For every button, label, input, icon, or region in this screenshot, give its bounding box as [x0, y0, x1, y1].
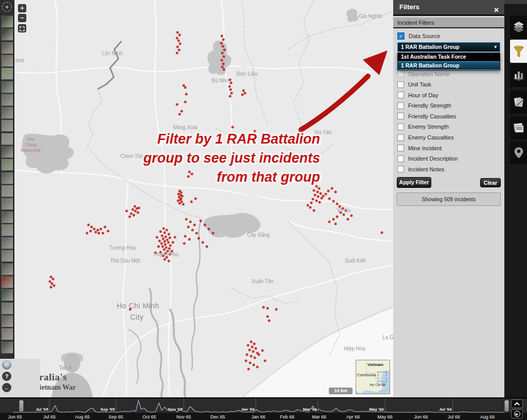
incident-dot[interactable]	[90, 230, 92, 233]
incident-dot[interactable]	[249, 362, 252, 364]
media-thumbnail[interactable]	[1, 211, 13, 223]
toolbar-location-button[interactable]	[510, 141, 527, 164]
incident-dot[interactable]	[319, 201, 321, 204]
incident-dot[interactable]	[167, 241, 170, 244]
incident-dot[interactable]	[167, 250, 169, 253]
incident-dot[interactable]	[315, 200, 318, 202]
incident-dot[interactable]	[231, 92, 233, 95]
incident-dot[interactable]	[347, 218, 349, 221]
zoom-in-button[interactable]: +	[18, 4, 26, 12]
incident-dot[interactable]	[230, 82, 233, 84]
incident-dot[interactable]	[202, 241, 204, 244]
incident-dot[interactable]	[340, 212, 342, 214]
filter-checkbox[interactable]	[397, 92, 404, 98]
incident-dot[interactable]	[196, 232, 198, 235]
incident-dot[interactable]	[187, 226, 190, 229]
media-thumbnail[interactable]	[1, 15, 13, 28]
filter-checkbox-row[interactable]: Enemy Casualties	[397, 134, 500, 141]
incident-dot[interactable]	[221, 59, 223, 62]
incident-dot[interactable]	[126, 210, 128, 213]
incident-dot[interactable]	[318, 187, 321, 190]
avatar[interactable]	[2, 360, 11, 370]
zoom-out-button[interactable]: −	[18, 14, 26, 22]
filter-checkbox[interactable]	[397, 145, 404, 151]
toolbar-photos-button[interactable]	[510, 116, 527, 139]
incident-dot[interactable]	[312, 198, 314, 201]
media-thumbnail[interactable]	[1, 55, 13, 67]
incident-dot[interactable]	[264, 360, 267, 362]
incident-dot[interactable]	[223, 56, 225, 58]
data-source-checkbox-row[interactable]: ✓ Data Source	[397, 32, 440, 40]
incident-dot[interactable]	[247, 344, 250, 347]
incident-dot[interactable]	[317, 196, 320, 198]
incident-dot[interactable]	[166, 229, 168, 232]
incident-dot[interactable]	[162, 246, 164, 248]
filter-checkbox[interactable]	[397, 81, 404, 88]
incident-dot[interactable]	[208, 228, 210, 231]
incident-dot[interactable]	[102, 232, 104, 235]
incident-dot[interactable]	[169, 253, 171, 256]
incident-dot[interactable]	[206, 246, 208, 248]
filter-checkbox-row[interactable]: Mine Incident	[397, 145, 500, 151]
incident-dot[interactable]	[222, 45, 224, 48]
incident-dot[interactable]	[160, 251, 162, 254]
incident-dot[interactable]	[332, 200, 335, 203]
incident-dot[interactable]	[159, 240, 161, 242]
incident-dot[interactable]	[223, 49, 226, 51]
incident-dot[interactable]	[307, 204, 309, 207]
media-thumbnail[interactable]	[1, 341, 13, 354]
incident-dot[interactable]	[309, 206, 312, 209]
incident-dot[interactable]	[261, 349, 264, 352]
filter-checkbox[interactable]	[397, 71, 404, 77]
incident-dot[interactable]	[321, 197, 323, 200]
incident-dot[interactable]	[179, 113, 181, 116]
incident-dot[interactable]	[229, 79, 232, 81]
incident-dot[interactable]	[223, 68, 225, 71]
media-thumbnail[interactable]	[1, 224, 13, 236]
incident-dot[interactable]	[267, 316, 269, 318]
incident-dot[interactable]	[174, 236, 177, 239]
incident-dot[interactable]	[137, 212, 139, 214]
incident-dot[interactable]	[182, 203, 185, 206]
incident-dot[interactable]	[221, 66, 224, 68]
incident-dot[interactable]	[49, 281, 51, 283]
media-thumbnail[interactable]	[1, 237, 13, 249]
incident-dot[interactable]	[343, 214, 345, 216]
filter-checkbox-row[interactable]: Enemy Strength	[397, 124, 500, 130]
filter-checkbox-row[interactable]: Friendly Casualties	[397, 113, 500, 119]
incident-dot[interactable]	[178, 49, 181, 51]
incident-dot[interactable]	[328, 198, 331, 200]
incident-dot[interactable]	[212, 232, 215, 235]
incident-dot[interactable]	[161, 242, 163, 245]
dropdown-option[interactable]: 1 RAR Battalion Group	[398, 61, 500, 70]
incident-dot[interactable]	[230, 89, 232, 91]
media-thumbnail[interactable]	[1, 276, 13, 288]
toolbar-layers-button[interactable]	[510, 15, 527, 39]
dropdown-option[interactable]: 1st Australian Task Force	[398, 53, 500, 61]
incident-dot[interactable]	[267, 307, 269, 310]
filter-checkbox-row[interactable]: Incident Description	[397, 155, 500, 162]
incident-dot[interactable]	[138, 207, 140, 209]
incident-dot[interactable]	[322, 195, 325, 198]
incident-dot[interactable]	[336, 203, 339, 205]
incident-dot[interactable]	[328, 221, 331, 223]
incident-dot[interactable]	[342, 207, 344, 210]
media-thumbnail[interactable]	[1, 198, 13, 210]
incident-dot[interactable]	[50, 276, 52, 278]
incident-dot[interactable]	[189, 221, 192, 223]
media-thumbnail[interactable]	[1, 28, 13, 41]
incident-dot[interactable]	[268, 320, 271, 322]
incident-dot[interactable]	[325, 193, 327, 196]
incident-dot[interactable]	[154, 252, 157, 254]
minimap[interactable]: Vietnam Cambodia Ho Chi Mi	[356, 360, 390, 394]
incident-dot[interactable]	[161, 235, 164, 237]
incident-dot[interactable]	[178, 196, 181, 199]
incident-dot[interactable]	[160, 231, 162, 233]
incident-dot[interactable]	[381, 232, 383, 234]
incident-dot[interactable]	[310, 202, 313, 204]
incident-dot[interactable]	[93, 228, 96, 231]
timeline-chart[interactable]	[0, 398, 527, 414]
incident-dot[interactable]	[171, 250, 173, 253]
incident-dot[interactable]	[163, 249, 166, 251]
incident-dot[interactable]	[313, 189, 315, 192]
